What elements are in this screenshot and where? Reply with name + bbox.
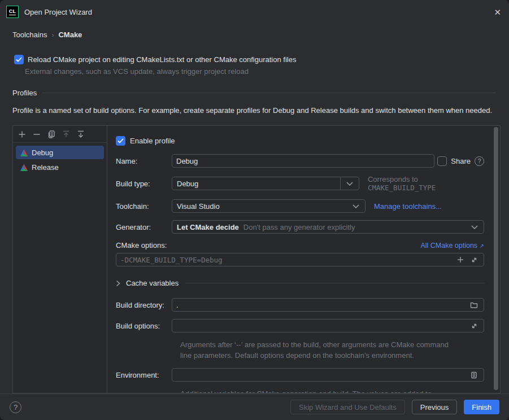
name-label: Name: bbox=[116, 157, 172, 165]
enable-profile-label[interactable]: Enable profile bbox=[130, 137, 175, 145]
breadcrumb-toolchains[interactable]: Toolchains bbox=[12, 30, 47, 39]
build-directory-field bbox=[172, 298, 484, 312]
profiles-section-title: Profiles bbox=[12, 89, 37, 97]
clion-logo-icon: CL bbox=[6, 6, 19, 18]
chevron-right-icon bbox=[116, 280, 120, 287]
cache-variables-label: Cache variables bbox=[126, 279, 179, 287]
breadcrumb-separator-icon: › bbox=[51, 31, 54, 39]
build-type-note: Corresponds to CMAKE_BUILD_TYPE bbox=[368, 175, 484, 192]
folder-icon[interactable] bbox=[468, 299, 480, 310]
build-options-input[interactable] bbox=[176, 322, 468, 330]
breadcrumb: Toolchains › CMake bbox=[0, 24, 509, 39]
generator-label: Generator: bbox=[116, 223, 172, 231]
vertical-scrollbar[interactable] bbox=[494, 127, 498, 390]
finish-button[interactable]: Finish bbox=[464, 400, 499, 414]
profile-item-release[interactable]: Release bbox=[16, 160, 104, 174]
close-icon[interactable]: ✕ bbox=[494, 8, 501, 16]
chevron-down-icon bbox=[346, 182, 353, 186]
remove-profile-button[interactable] bbox=[31, 129, 42, 140]
build-type-dropdown-button[interactable] bbox=[340, 177, 359, 190]
cmake-options-placeholder: -DCMAKE_BUILD_TYPE=Debug bbox=[120, 256, 223, 264]
reload-hint: External changes, such as VCS update, al… bbox=[25, 67, 497, 76]
copy-profile-button[interactable] bbox=[46, 129, 57, 140]
cmake-options-field[interactable]: -DCMAKE_BUILD_TYPE=Debug bbox=[116, 253, 484, 266]
name-input[interactable] bbox=[176, 157, 430, 165]
generator-select[interactable]: Let CMake decide Don't pass any generato… bbox=[172, 220, 484, 234]
chevron-down-icon bbox=[353, 204, 359, 208]
manage-toolchains-link[interactable]: Manage toolchains... bbox=[374, 202, 442, 211]
share-label[interactable]: Share bbox=[451, 157, 471, 165]
name-field-wrap bbox=[172, 154, 434, 168]
cache-variables-line bbox=[185, 283, 484, 283]
environment-hint: Additional variables for CMake generatio… bbox=[180, 388, 451, 393]
expand-icon[interactable] bbox=[468, 320, 480, 331]
external-link-icon: ↗ bbox=[480, 243, 484, 249]
generator-value: Let CMake decide bbox=[172, 223, 239, 231]
open-project-wizard-dialog: CL Open Project Wizard ✕ Toolchains › CM… bbox=[0, 0, 509, 420]
build-options-field bbox=[172, 319, 484, 333]
build-directory-input[interactable] bbox=[176, 301, 468, 309]
build-directory-label: Build directory: bbox=[116, 301, 172, 309]
chevron-down-icon bbox=[471, 225, 478, 229]
breadcrumb-cmake: CMake bbox=[58, 30, 82, 39]
move-down-button[interactable] bbox=[75, 129, 86, 140]
move-up-button[interactable] bbox=[60, 129, 72, 140]
share-checkbox[interactable] bbox=[437, 156, 447, 166]
profiles-description: Profile is a named set of build options.… bbox=[12, 105, 496, 116]
build-type-select[interactable]: Debug bbox=[172, 177, 359, 190]
toolchain-select[interactable]: Visual Studio bbox=[172, 199, 366, 213]
skip-wizard-button[interactable]: Skip Wizard and Use Defaults bbox=[290, 400, 405, 414]
add-profile-button[interactable] bbox=[16, 129, 28, 140]
environment-label: Environment: bbox=[116, 371, 172, 379]
previous-button[interactable]: Previous bbox=[412, 400, 458, 414]
environment-variables-icon[interactable] bbox=[468, 369, 480, 380]
window-title: Open Project Wizard bbox=[24, 8, 92, 16]
environment-input[interactable] bbox=[176, 371, 468, 379]
profile-item-label: Debug bbox=[32, 148, 53, 157]
title-bar: CL Open Project Wizard ✕ bbox=[0, 0, 509, 24]
build-options-label: Build options: bbox=[116, 322, 172, 330]
add-option-icon[interactable] bbox=[455, 254, 466, 265]
profile-list-toolbar bbox=[13, 126, 107, 143]
enable-profile-checkbox[interactable] bbox=[116, 136, 125, 146]
toolchain-value: Visual Studio bbox=[172, 202, 224, 211]
cmake-icon bbox=[20, 148, 28, 157]
build-options-hint: Arguments after ‘--’ are passed to the b… bbox=[180, 339, 451, 361]
expand-icon[interactable] bbox=[468, 254, 480, 265]
toolchain-label: Toolchain: bbox=[116, 202, 172, 211]
profile-list-pane: Debug Release bbox=[13, 126, 107, 393]
all-cmake-options-link[interactable]: All CMake options ↗ bbox=[420, 242, 484, 250]
help-icon[interactable]: ? bbox=[10, 401, 21, 413]
profile-item-label: Release bbox=[32, 163, 59, 172]
reload-cmake-label[interactable]: Reload CMake project on editing CMakeLis… bbox=[28, 55, 296, 64]
profile-settings-pane: Enable profile Name: Share ? Build type:… bbox=[107, 126, 500, 393]
build-type-value: Debug bbox=[172, 180, 203, 188]
build-type-label: Build type: bbox=[116, 180, 172, 188]
share-help-icon[interactable]: ? bbox=[475, 156, 484, 166]
cmake-icon bbox=[20, 163, 28, 172]
cache-variables-toggle[interactable]: Cache variables bbox=[116, 279, 484, 287]
environment-field bbox=[172, 368, 484, 382]
profiles-separator-line bbox=[42, 93, 496, 93]
generator-placeholder: Don't pass any generator explicitly bbox=[243, 223, 355, 231]
profiles-panel: Debug Release Enable profile bbox=[12, 125, 501, 393]
profile-item-debug[interactable]: Debug bbox=[16, 146, 104, 159]
cmake-options-label: CMake options: bbox=[116, 241, 167, 250]
reload-cmake-checkbox[interactable] bbox=[14, 55, 24, 64]
footer-bar: ? Skip Wizard and Use Defaults Previous … bbox=[0, 393, 509, 420]
profile-list: Debug Release bbox=[13, 143, 107, 175]
